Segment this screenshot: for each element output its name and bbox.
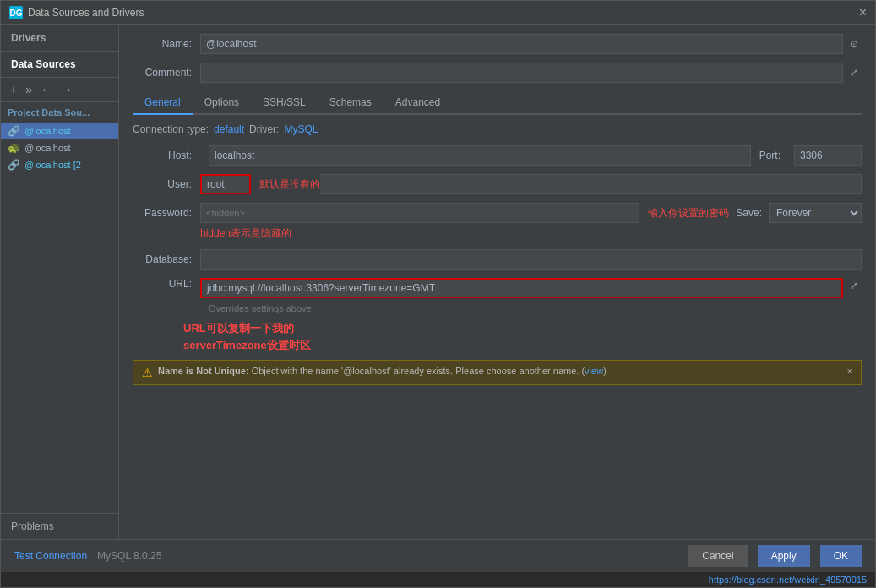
url-input[interactable] <box>200 278 843 298</box>
host-input[interactable] <box>209 145 751 166</box>
user-input[interactable] <box>200 174 251 194</box>
database-row: Database: <box>133 249 862 270</box>
host-port-row: Host: Port: <box>133 145 862 166</box>
content-area: Name: ⊙ Comment: ⤢ General Options SSH/S… <box>119 25 875 539</box>
user-input-rest[interactable] <box>320 174 862 194</box>
name-expand-icon[interactable]: ⊙ <box>846 36 862 52</box>
sidebar-item-localhost-3[interactable]: 🔗 @localhost [2 <box>1 156 118 173</box>
database-input[interactable] <box>200 249 862 270</box>
forward-button[interactable]: → <box>58 81 75 98</box>
add-button[interactable]: + <box>8 81 19 98</box>
database-label: Database: <box>133 253 200 265</box>
sidebar: Drivers Data Sources + » ← → Project Dat… <box>1 25 119 539</box>
titlebar-left: DG Data Sources and Drivers <box>9 6 144 19</box>
name-row: Name: ⊙ <box>133 34 862 54</box>
tab-options[interactable]: Options <box>193 91 251 115</box>
url-annotation: URL可以复制一下我的 serverTimezone设置时区 <box>183 320 862 353</box>
url-row: URL: ⤢ <box>133 278 862 298</box>
password-hidden-text: <hidden> <box>201 208 250 218</box>
sidebar-drivers-section[interactable]: Drivers <box>1 25 118 52</box>
port-label: Port: <box>759 150 786 161</box>
url-expand-icon[interactable]: ⤢ <box>846 278 862 293</box>
titlebar: DG Data Sources and Drivers × <box>1 1 875 25</box>
comment-expand-icon[interactable]: ⤢ <box>846 65 862 80</box>
warning-icon: ⚠ <box>142 366 153 379</box>
bottom-bar: Test Connection MySQL 8.0.25 Cancel Appl… <box>1 539 875 572</box>
sidebar-toolbar: + » ← → <box>1 78 118 102</box>
tabs: General Options SSH/SSL Schemas Advanced <box>133 91 862 115</box>
connection-type-value[interactable]: default <box>214 123 244 135</box>
user-annotation: 默认是没有的 <box>259 177 320 192</box>
sidebar-group-label: Project Data Sou... <box>1 102 118 122</box>
hidden-annotation: hidden表示是隐藏的 <box>200 226 862 241</box>
warning-close-button[interactable]: × <box>847 366 852 376</box>
user-label: User: <box>133 178 200 190</box>
comment-row: Comment: ⤢ <box>133 63 862 83</box>
sidebar-item-label-1: @localhost <box>24 126 71 136</box>
tab-advanced[interactable]: Advanced <box>384 91 452 115</box>
url-link-text: https://blog.csdn.net/weixin_49570015 <box>709 574 867 585</box>
password-input-wrapper: <hidden> <box>200 203 639 223</box>
app-icon: DG <box>9 6 23 19</box>
password-label: Password: <box>133 207 200 219</box>
connection-icon-1: 🔗 <box>8 125 20 137</box>
connection-type-label: Connection type: <box>133 123 209 135</box>
warning-message: Object with the name '@localhost' alread… <box>252 366 585 376</box>
window-title: Data Sources and Drivers <box>28 7 144 19</box>
user-row: User: 默认是没有的 <box>133 174 862 194</box>
port-input[interactable] <box>794 145 862 166</box>
mysql-version: MySQL 8.0.25 <box>97 550 161 562</box>
back-button[interactable]: ← <box>38 81 55 98</box>
more-button[interactable]: » <box>23 81 35 98</box>
main-layout: Drivers Data Sources + » ← → Project Dat… <box>1 25 875 539</box>
overrides-text: Overrides settings above <box>209 303 862 313</box>
password-annotation: 输入你设置的密码 <box>648 206 729 220</box>
sidebar-item-localhost-2[interactable]: 🐢 @localhost <box>1 139 118 156</box>
sidebar-item-label-2: @localhost <box>24 143 71 153</box>
connection-icon-2: 🐢 <box>8 142 20 154</box>
apply-button[interactable]: Apply <box>758 545 810 567</box>
main-window: DG Data Sources and Drivers × Drivers Da… <box>0 0 876 588</box>
sidebar-item-label-3: @localhost [2 <box>24 160 81 170</box>
name-input[interactable] <box>200 34 843 54</box>
host-label: Host: <box>133 150 200 161</box>
comment-label: Comment: <box>133 67 200 79</box>
comment-input[interactable] <box>200 63 843 83</box>
tab-schemas[interactable]: Schemas <box>318 91 384 115</box>
password-row: Password: <hidden> 输入你设置的密码 Save: Foreve… <box>133 203 862 223</box>
url-label: URL: <box>133 278 200 290</box>
save-label: Save: <box>729 207 769 219</box>
close-button[interactable]: × <box>859 6 867 19</box>
driver-label: Driver: <box>249 123 279 135</box>
cancel-button[interactable]: Cancel <box>688 545 747 567</box>
tab-general[interactable]: General <box>133 91 193 115</box>
warning-text: Name is Not Unique: Object with the name… <box>158 366 842 376</box>
driver-value[interactable]: MySQL <box>284 123 318 135</box>
url-link-bar: https://blog.csdn.net/weixin_49570015 <box>1 572 875 587</box>
connection-icon-3: 🔗 <box>8 159 20 171</box>
connection-type-row: Connection type: default Driver: MySQL <box>133 123 862 135</box>
name-label: Name: <box>133 38 200 50</box>
sidebar-item-localhost-1[interactable]: 🔗 @localhost <box>1 122 118 139</box>
ok-button[interactable]: OK <box>820 545 862 567</box>
url-input-wrapper <box>200 278 843 298</box>
warning-end: ) <box>603 366 607 376</box>
test-connection-button[interactable]: Test Connection <box>14 550 87 562</box>
warning-bold: Name is Not Unique: <box>158 366 249 376</box>
tab-sshssl[interactable]: SSH/SSL <box>251 91 318 115</box>
url-annotation-line1: URL可以复制一下我的 <box>183 320 862 337</box>
sidebar-datasources-section[interactable]: Data Sources <box>1 52 118 78</box>
warning-view-link[interactable]: view <box>585 366 603 376</box>
url-annotation-line2: serverTimezone设置时区 <box>183 337 862 354</box>
sidebar-problems[interactable]: Problems <box>1 513 118 539</box>
save-select[interactable]: Forever Until restart Never <box>769 203 862 223</box>
warning-bar: ⚠ Name is Not Unique: Object with the na… <box>133 360 862 385</box>
